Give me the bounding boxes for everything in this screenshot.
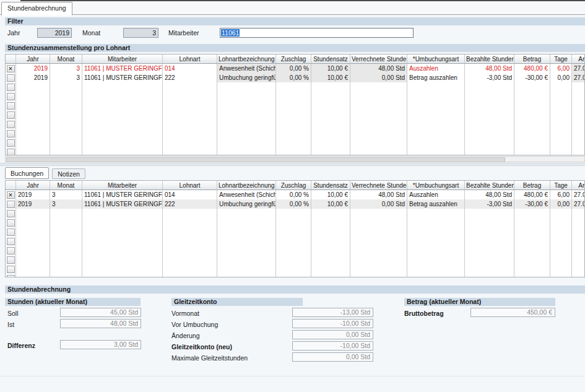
row-selector[interactable] (7, 210, 15, 217)
row-selector[interactable] (7, 111, 15, 119)
column-header[interactable]: Monat (50, 54, 82, 64)
row-selector[interactable] (7, 238, 15, 245)
row-selector[interactable] (7, 219, 15, 227)
empty-table-row[interactable] (6, 237, 584, 246)
row-selector[interactable] (7, 266, 15, 273)
table-cell (276, 246, 311, 255)
table-cell (407, 209, 465, 218)
aenderung-label: Änderung (171, 332, 200, 339)
column-header[interactable]: Lohnartbezeichnung (217, 54, 276, 64)
column-header[interactable]: Stundensatz (311, 54, 350, 64)
row-selector[interactable] (7, 74, 15, 82)
tab-notizen[interactable]: Notizen (52, 168, 85, 179)
empty-table-row[interactable] (6, 120, 584, 129)
column-header[interactable]: Betrag (514, 181, 550, 190)
empty-table-row[interactable] (6, 227, 584, 237)
column-header[interactable]: Verrechnete Stunden (350, 54, 407, 64)
column-header[interactable]: Betrag (514, 54, 550, 64)
table-cell (163, 101, 217, 110)
column-header[interactable]: *Umbuchungsart (407, 181, 465, 190)
row-selector[interactable] (7, 84, 15, 91)
table-cell: 480,00 € (514, 190, 550, 199)
empty-table-row[interactable] (6, 255, 584, 264)
row-selector[interactable]: ✕ (7, 65, 15, 72)
column-header[interactable]: Verrechnete Stunden (350, 181, 407, 190)
column-header[interactable]: *Umbuchungsart (407, 54, 465, 64)
table-cell (514, 246, 550, 255)
column-header[interactable]: Jahr (16, 54, 50, 64)
table-cell: 10,00 € (311, 64, 350, 73)
table-cell (276, 218, 311, 227)
empty-table-row[interactable] (6, 92, 584, 101)
column-header[interactable]: Lohnart (163, 181, 217, 190)
row-selector[interactable] (7, 229, 15, 236)
empty-table-row[interactable] (6, 274, 584, 277)
column-header[interactable]: Lohnart (163, 54, 217, 64)
table-cell (50, 92, 82, 101)
column-header[interactable]: Stundensatz (311, 181, 350, 190)
row-selector[interactable] (7, 121, 15, 128)
column-header[interactable]: Tage (550, 54, 572, 64)
row-selector[interactable] (7, 247, 15, 255)
column-header[interactable]: Monat (50, 181, 82, 190)
column-header[interactable]: Tage (550, 181, 572, 190)
empty-table-row[interactable] (6, 264, 584, 274)
horizontal-scrollbar[interactable] (5, 156, 585, 162)
table-cell (350, 218, 407, 227)
tab-buchungen[interactable]: Buchungen (5, 167, 49, 179)
column-header[interactable]: Mitarbeiter (82, 54, 163, 64)
table-cell (572, 101, 585, 110)
empty-table-row[interactable] (6, 82, 584, 92)
monat-input[interactable]: 3 (123, 28, 158, 38)
empty-table-row[interactable] (6, 246, 584, 255)
empty-table-row[interactable] (6, 129, 584, 138)
scrollbar-thumb[interactable] (6, 157, 505, 162)
table-cell (350, 110, 407, 120)
row-selector[interactable] (7, 149, 15, 156)
row-selector[interactable] (7, 201, 15, 208)
differenz-label: Differenz (7, 342, 35, 349)
empty-table-row[interactable] (6, 138, 584, 147)
table-cell (16, 227, 50, 237)
row-selector[interactable] (7, 102, 15, 110)
column-header[interactable]: Jahr (16, 181, 50, 190)
row-selector[interactable] (7, 139, 15, 147)
table-cell (550, 147, 572, 155)
empty-table-row[interactable] (6, 101, 584, 110)
jahr-input[interactable]: 2019 (37, 28, 72, 38)
table-cell (572, 120, 585, 129)
mitarbeiter-input[interactable]: 11061 (220, 28, 414, 38)
row-selector[interactable] (7, 256, 15, 264)
empty-table-row[interactable] (6, 110, 584, 120)
row-selector[interactable]: ✕ (7, 191, 15, 199)
row-selector[interactable] (7, 130, 15, 137)
row-selector-cell (6, 255, 16, 264)
table-row[interactable]: 2019311061 | MUSTER GERINGFÜGIG222Umbuch… (6, 73, 584, 82)
column-header[interactable]: Zuschlag (276, 181, 311, 190)
empty-table-row[interactable] (6, 218, 584, 227)
column-header[interactable]: Bezahlte Stunden (465, 181, 514, 190)
table-row[interactable]: ✕2019311061 | MUSTER GERINGFÜGIG014Anwes… (6, 190, 584, 199)
table-cell (163, 255, 217, 264)
column-header[interactable]: Lohnartbezeichnung (217, 181, 276, 190)
row-selector[interactable] (7, 93, 15, 100)
table-cell (350, 274, 407, 277)
table-cell (16, 246, 50, 255)
row-selector-cell (6, 82, 16, 92)
table-cell (276, 209, 311, 218)
table-row[interactable]: ✕2019311061 | MUSTER GERINGFÜGIG014Anwes… (6, 64, 584, 73)
row-selector[interactable] (7, 275, 15, 278)
empty-table-row[interactable] (6, 209, 584, 218)
column-header[interactable]: Zuschlag (276, 54, 311, 64)
column-header[interactable]: Mitarbeiter (82, 181, 163, 190)
column-header[interactable]: Bezahlte Stunden (465, 54, 514, 64)
table-cell (572, 255, 585, 264)
empty-table-row[interactable] (6, 147, 584, 155)
filter-section-header: Filter (5, 17, 585, 25)
column-header[interactable]: Ange (572, 54, 585, 64)
pane-splitter[interactable] (0, 163, 585, 166)
table-row[interactable]: 2019311061 | MUSTER GERINGFÜGIG222Umbuch… (6, 199, 584, 209)
table-cell (82, 237, 163, 246)
tab-stundenabrechnung[interactable]: Stundenabrechnung (1, 2, 72, 15)
column-header[interactable]: Ange (572, 181, 585, 190)
